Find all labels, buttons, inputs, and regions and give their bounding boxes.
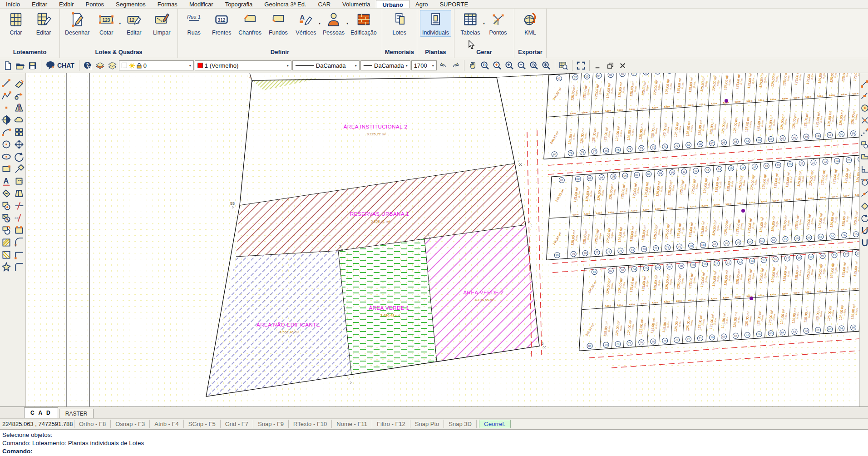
- tool-fillet-icon[interactable]: [14, 237, 25, 248]
- status-toggle-snap-f9[interactable]: Snap - F9: [253, 420, 288, 428]
- redo-button[interactable]: [450, 60, 461, 71]
- snap-shape-icon[interactable]: [860, 152, 868, 162]
- tool-scale-icon[interactable]: [14, 164, 25, 174]
- tool-arc-icon[interactable]: [1, 127, 12, 138]
- menu-item-car[interactable]: CAR: [312, 0, 336, 8]
- menu-item-geoincra-3-ed-[interactable]: GeoIncra 3ª Ed.: [258, 0, 312, 8]
- ribbon-button-ruas[interactable]: Rua 1Ruas: [181, 10, 207, 37]
- menu-item-segmentos[interactable]: Segmentos: [110, 0, 152, 8]
- layer-combo[interactable]: 0 ▾: [119, 60, 194, 70]
- ribbon-button-editar[interactable]: 12Editar: [121, 10, 147, 37]
- status-toggle-osnap-f3[interactable]: Osnap - F3: [110, 420, 149, 428]
- tool-trapezoid-icon[interactable]: [14, 188, 25, 199]
- tool-cloud-icon[interactable]: [14, 114, 25, 125]
- tool-mirror-icon[interactable]: [14, 102, 25, 113]
- new-file-button[interactable]: [2, 60, 14, 71]
- selected-point[interactable]: [750, 297, 753, 300]
- color-combo[interactable]: 1 (Vermelho) ▾: [195, 60, 291, 70]
- menu-item-modificar[interactable]: Modificar: [183, 0, 219, 8]
- tool-offset-icon[interactable]: [14, 176, 25, 187]
- tool-hatch2-icon[interactable]: [1, 249, 12, 260]
- chat-button[interactable]: CHAT: [44, 61, 76, 70]
- close-window-button[interactable]: [617, 60, 628, 71]
- tool-circle-rect-icon[interactable]: [1, 200, 12, 211]
- ribbon-button-criar[interactable]: Criar: [3, 10, 29, 37]
- ribbon-button-cotar[interactable]: 123Cotar▾: [93, 10, 119, 37]
- layer-states-button[interactable]: [107, 60, 118, 71]
- fullscreen-button[interactable]: [575, 60, 587, 71]
- status-toggle-atrib-f4[interactable]: Atrib - F4: [149, 420, 183, 428]
- georef-badge[interactable]: Georref.: [479, 420, 511, 428]
- tool-rect-dots-icon[interactable]: [14, 225, 25, 236]
- status-toggle-snap-3d[interactable]: Snap 3D: [444, 420, 477, 428]
- ribbon-button-fundos[interactable]: Fundos: [265, 10, 291, 37]
- tool-trim-icon[interactable]: [14, 200, 25, 211]
- zoom-in-button[interactable]: [504, 60, 515, 71]
- menu-item-suporte[interactable]: SUPORTE: [434, 0, 474, 8]
- tool-line-icon[interactable]: [1, 78, 12, 89]
- ribbon-button-lotes[interactable]: Lotes: [386, 10, 413, 37]
- table-search-button[interactable]: [558, 60, 569, 71]
- tool-move-icon[interactable]: [14, 139, 25, 150]
- tool-modify-icon[interactable]: [14, 90, 25, 101]
- tool-tag-icon[interactable]: [1, 188, 12, 199]
- menu-item-pontos[interactable]: Pontos: [80, 0, 110, 8]
- tool-ucs-icon[interactable]: [1, 114, 12, 125]
- tool-hatch-icon[interactable]: [1, 237, 12, 248]
- cad-canvas[interactable]: ÁREA INSTITUCIONAL 2 9.226,72 m² RESERVA…: [26, 73, 859, 406]
- ribbon-button-v-rtices[interactable]: AVértices▾: [293, 10, 319, 37]
- tool-extend-icon[interactable]: [14, 213, 25, 223]
- ribbon-button-frentes[interactable]: 312Frentes: [208, 10, 235, 37]
- snap-magnet2-icon[interactable]: [860, 238, 868, 248]
- tool-star-icon[interactable]: [1, 262, 12, 273]
- tool-circle-arrow-icon[interactable]: [1, 225, 12, 236]
- ribbon-button-pontos[interactable]: Pontos: [485, 10, 511, 37]
- status-toggle-ortho-f8[interactable]: Ortho - F8: [74, 420, 110, 428]
- lineweight-combo[interactable]: DaCamada ▾: [360, 60, 410, 70]
- menu-item-topografia[interactable]: Topografia: [219, 0, 259, 8]
- undo-button[interactable]: [438, 60, 449, 71]
- tool-point-icon[interactable]: [1, 102, 12, 113]
- command-line-area[interactable]: Selecione objetos:Comando: Loteamento: P…: [0, 429, 868, 456]
- linetype-combo[interactable]: DaCamada ▾: [292, 60, 360, 70]
- status-toggle-snap-pto[interactable]: Snap Pto: [410, 420, 444, 428]
- status-toggle-filtro-f12[interactable]: Filtro - F12: [372, 420, 410, 428]
- tab-raster[interactable]: RASTER: [59, 409, 94, 418]
- open-file-button[interactable]: [15, 60, 26, 71]
- snap-insert-icon[interactable]: [860, 140, 868, 150]
- status-toggle-nome-f11[interactable]: Nome - F11: [331, 420, 372, 428]
- help-search-button[interactable]: ?: [82, 60, 94, 71]
- menu-item-formas[interactable]: Formas: [152, 0, 183, 8]
- tool-text-icon[interactable]: A: [1, 176, 12, 187]
- ribbon-button-individuais[interactable]: Individuais: [420, 10, 451, 37]
- lot-block[interactable]: 246,33 m²125,00 m²25,00m5,00 m125,00 m²2…: [538, 73, 859, 159]
- tab-cad[interactable]: C A D: [24, 407, 58, 418]
- ribbon-button-chanfros[interactable]: Chanfros: [236, 10, 264, 37]
- status-toggle-grid-f7[interactable]: Grid - F7: [220, 420, 253, 428]
- lot-block[interactable]: 246,33 m²125,00 m²25,00m5,00 m125,00 m²2…: [541, 153, 859, 260]
- zoom-layers-button[interactable]: [528, 60, 540, 71]
- tool-corner-icon[interactable]: [14, 249, 25, 260]
- restore-window-button[interactable]: [605, 60, 616, 71]
- ribbon-button-tabelas[interactable]: Tabelas▾: [457, 10, 483, 37]
- snap-mid-icon[interactable]: [860, 91, 868, 101]
- save-button[interactable]: [27, 60, 38, 71]
- tool-ellipse-icon[interactable]: [1, 151, 12, 162]
- zoom-window-button[interactable]: [492, 60, 503, 71]
- tool-circle-rect2-icon[interactable]: [1, 213, 12, 223]
- snap-rotate-icon[interactable]: [860, 213, 868, 223]
- zoom-out-button[interactable]: [516, 60, 528, 71]
- ribbon-button-desenhar[interactable]: Desenhar: [63, 10, 92, 37]
- tool-rectangle-icon[interactable]: [1, 164, 12, 174]
- ribbon-button-pessoas[interactable]: Pessoas▾: [321, 10, 347, 37]
- scale-combo[interactable]: 1700 ▾: [411, 60, 437, 70]
- snap-center-icon[interactable]: [860, 103, 868, 113]
- ribbon-button-editar[interactable]: Editar: [30, 10, 57, 37]
- zoom-extents-button[interactable]: [541, 60, 552, 71]
- menu-item-volumetria[interactable]: Volumetria: [336, 0, 376, 8]
- snap-magnet-icon[interactable]: [860, 226, 868, 236]
- pan-button[interactable]: [467, 60, 478, 71]
- tool-polyline-icon[interactable]: [1, 90, 12, 101]
- menu-item-agro[interactable]: Agro: [409, 0, 434, 8]
- layers-button[interactable]: [94, 60, 106, 71]
